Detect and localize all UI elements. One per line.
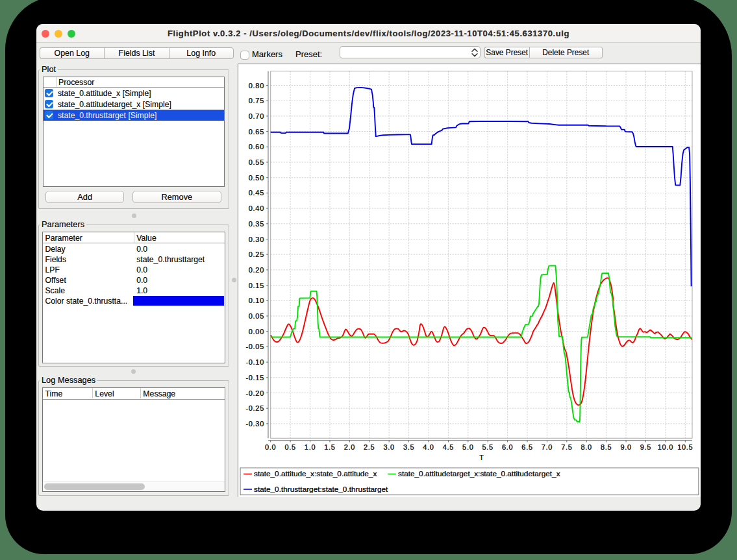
svg-text:0.00: 0.00 xyxy=(248,328,264,335)
svg-text:8.5: 8.5 xyxy=(600,444,611,452)
svg-text:-0.30: -0.30 xyxy=(245,420,264,428)
svg-text:5.0: 5.0 xyxy=(462,444,473,452)
svg-text:10.0: 10.0 xyxy=(657,444,673,452)
svg-text:0.10: 0.10 xyxy=(248,297,264,305)
svg-text:-0.05: -0.05 xyxy=(245,343,264,351)
svg-text:4.0: 4.0 xyxy=(423,444,434,452)
svg-text:0.45: 0.45 xyxy=(248,189,264,197)
svg-text:10.5: 10.5 xyxy=(677,444,693,452)
svg-text:9.0: 9.0 xyxy=(620,444,631,452)
svg-text:state_0.thrusttarget:state_0.t: state_0.thrusttarget:state_0.thrusttarge… xyxy=(254,485,388,493)
svg-text:-0.10: -0.10 xyxy=(245,358,264,366)
svg-text:2.0: 2.0 xyxy=(344,444,355,452)
svg-text:3.5: 3.5 xyxy=(403,444,414,452)
svg-text:0.05: 0.05 xyxy=(248,312,264,320)
svg-text:0.15: 0.15 xyxy=(248,282,264,289)
svg-text:3.0: 3.0 xyxy=(383,444,394,452)
svg-text:0.30: 0.30 xyxy=(248,236,264,243)
svg-text:7.0: 7.0 xyxy=(541,444,552,452)
svg-text:4.5: 4.5 xyxy=(442,444,453,452)
svg-text:0.25: 0.25 xyxy=(248,251,264,259)
svg-text:state_0.attitude_x:state_0.att: state_0.attitude_x:state_0.attitude_x xyxy=(254,470,377,478)
svg-text:0.65: 0.65 xyxy=(248,128,264,136)
svg-text:0.35: 0.35 xyxy=(248,220,264,228)
svg-text:0.20: 0.20 xyxy=(248,266,264,274)
svg-text:0.70: 0.70 xyxy=(248,112,264,120)
svg-text:0.80: 0.80 xyxy=(248,82,264,90)
svg-text:1.0: 1.0 xyxy=(304,444,315,452)
svg-text:0.60: 0.60 xyxy=(248,143,264,151)
svg-text:7.5: 7.5 xyxy=(561,444,572,452)
svg-text:0.0: 0.0 xyxy=(265,444,276,452)
svg-text:-0.20: -0.20 xyxy=(245,389,264,397)
svg-text:5.5: 5.5 xyxy=(482,444,493,452)
svg-text:-0.15: -0.15 xyxy=(245,374,264,382)
svg-text:0.50: 0.50 xyxy=(248,174,264,182)
svg-text:-0.25: -0.25 xyxy=(245,405,264,413)
svg-text:9.5: 9.5 xyxy=(640,444,651,452)
svg-text:1.5: 1.5 xyxy=(324,444,335,452)
svg-text:state_0.attitudetarget_x:state: state_0.attitudetarget_x:state_0.attitud… xyxy=(398,470,560,478)
svg-text:6.0: 6.0 xyxy=(501,444,512,452)
svg-text:0.75: 0.75 xyxy=(248,97,264,105)
svg-text:T: T xyxy=(479,454,483,461)
svg-text:8.0: 8.0 xyxy=(581,444,592,452)
svg-text:0.55: 0.55 xyxy=(248,158,264,166)
svg-text:0.5: 0.5 xyxy=(284,444,295,452)
svg-text:2.5: 2.5 xyxy=(364,444,375,452)
svg-text:6.5: 6.5 xyxy=(521,444,532,452)
svg-text:0.40: 0.40 xyxy=(248,204,264,212)
